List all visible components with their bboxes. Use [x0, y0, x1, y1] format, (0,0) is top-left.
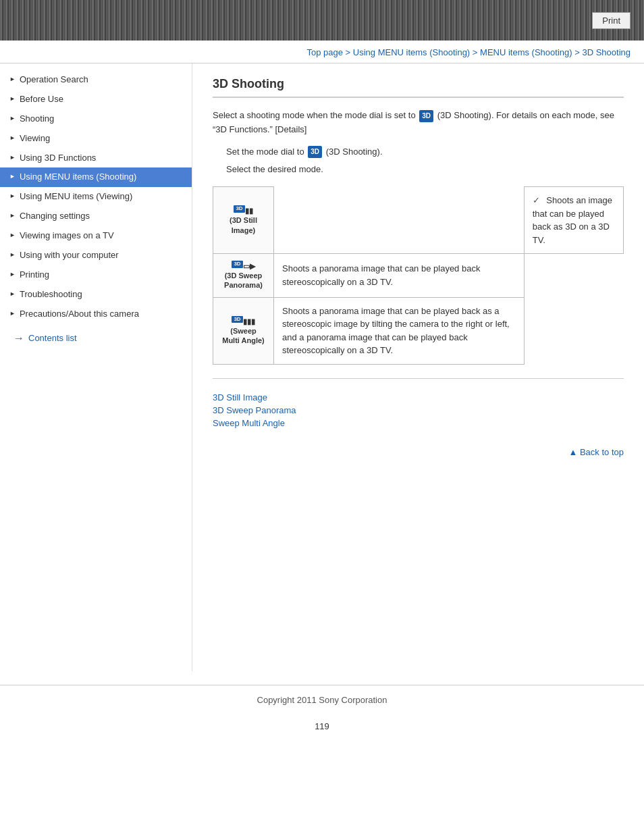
sidebar-item-shooting[interactable]: ► Shooting — [0, 109, 192, 129]
mode-table: 3D▮▮ (3D Still Image) ✓ Shoots an image … — [213, 186, 624, 365]
intro-text-1: Select a shooting mode when the mode dia… — [213, 110, 416, 120]
back-to-top-label: Back to top — [580, 447, 624, 457]
sidebar-item-label: Operation Search — [20, 74, 88, 86]
sidebar-item-using-3d-functions[interactable]: ► Using 3D Functions — [0, 149, 192, 168]
sidebar-item-label: Viewing images on a TV — [20, 230, 114, 242]
3d-badge-step1: 3D — [308, 146, 322, 158]
arrow-icon: ► — [9, 76, 16, 84]
still-image-label: (3D Still Image) — [230, 216, 257, 234]
arrow-icon: ► — [9, 251, 16, 259]
arrow-icon: ► — [9, 290, 16, 298]
contents-list-arrow-icon: → — [14, 332, 24, 344]
arrow-icon: ► — [9, 232, 16, 240]
link-3d-sweep-panorama[interactable]: 3D Sweep Panorama — [213, 405, 624, 415]
sidebar-item-label: Using MENU items (Shooting) — [20, 172, 136, 183]
section-divider — [213, 378, 624, 379]
contents-list-link[interactable]: Contents list — [28, 333, 77, 343]
sidebar-item-before-use[interactable]: ► Before Use — [0, 90, 192, 109]
sidebar-item-label: Using with your computer — [20, 250, 119, 261]
arrow-icon: ► — [9, 95, 16, 103]
still-image-description — [274, 187, 524, 201]
icon-cell-still-image: 3D▮▮ (3D Still Image) — [213, 187, 274, 254]
sidebar-item-precautions[interactable]: ► Precautions/About this camera — [0, 305, 192, 324]
sidebar-item-using-with-computer[interactable]: ► Using with your computer — [0, 246, 192, 265]
arrow-icon: ► — [9, 212, 16, 220]
still-image-desc-text: ✓ Shoots an image that can be played bac… — [524, 187, 623, 254]
sidebar: ► Operation Search ► Before Use ► Shooti… — [0, 63, 192, 671]
back-to-top-link[interactable]: ▲ Back to top — [568, 447, 624, 457]
sidebar-item-label: Shooting — [20, 113, 54, 125]
sidebar-item-label: Changing settings — [20, 211, 90, 222]
table-row: 3D▭▶ (3D Sweep Panorama) Shoots a panora… — [213, 254, 624, 298]
arrow-icon: ► — [9, 271, 16, 279]
sweep-panorama-label: (3D Sweep Panorama) — [224, 271, 263, 289]
breadcrumb-current[interactable]: 3D Shooting — [582, 47, 630, 57]
page-title: 3D Shooting — [213, 77, 624, 98]
print-button[interactable]: Print — [592, 12, 630, 29]
multi-angle-label: (Sweep Multi Angle) — [222, 327, 265, 344]
breadcrumb-separator-3: > — [574, 47, 582, 57]
step-2: Select the desired mode. — [213, 163, 624, 177]
contents-list[interactable]: → Contents list — [0, 324, 192, 353]
arrow-icon: ► — [9, 310, 16, 318]
3d-badge-still: 3D — [234, 205, 244, 212]
sidebar-item-label: Using 3D Functions — [20, 153, 96, 164]
sidebar-item-viewing[interactable]: ► Viewing — [0, 129, 192, 149]
breadcrumb-separator-1: > — [346, 47, 353, 57]
copyright-text: Copyright 2011 Sony Corporation — [257, 695, 387, 705]
sidebar-item-label: Printing — [20, 269, 49, 281]
table-row: 3D▮▮ (3D Still Image) ✓ Shoots an image … — [213, 187, 624, 254]
arrow-icon: ► — [9, 115, 16, 123]
arrow-icon: ► — [9, 154, 16, 162]
sidebar-item-label: Troubleshooting — [20, 289, 82, 301]
breadcrumb-separator-2: > — [473, 47, 480, 57]
sidebar-item-troubleshooting[interactable]: ► Troubleshooting — [0, 285, 192, 305]
sweep-panorama-desc-text: Shoots a panorama image that can be play… — [274, 254, 525, 298]
back-to-top: ▲ Back to top — [213, 442, 624, 463]
step1-text: Set the mode dial to — [226, 147, 304, 157]
sidebar-item-viewing-images-tv[interactable]: ► Viewing images on a TV — [0, 226, 192, 246]
mode-icon-sweep-panorama: 3D▭▶ (3D Sweep Panorama) — [221, 261, 265, 290]
arrow-icon: ► — [9, 134, 16, 142]
content-area: 3D Shooting Select a shooting mode when … — [192, 63, 644, 671]
step1-end-text: (3D Shooting). — [326, 147, 383, 157]
step-1: Set the mode dial to 3D (3D Shooting). — [213, 145, 624, 159]
header-bar: Print — [0, 0, 644, 41]
link-3d-still-image[interactable]: 3D Still Image — [213, 392, 624, 402]
sidebar-item-using-menu-items-viewing[interactable]: ► Using MENU items (Viewing) — [0, 187, 192, 207]
footer: Copyright 2011 Sony Corporation — [0, 685, 644, 714]
mode-icon-multi-angle: 3D▮▮▮ (Sweep Multi Angle) — [221, 316, 265, 346]
3d-badge-intro: 3D — [419, 110, 433, 122]
mode-icon-still-image: 3D▮▮ (3D Still Image) — [221, 205, 265, 235]
breadcrumb-top-page[interactable]: Top page — [306, 47, 343, 57]
breadcrumb: Top page > Using MENU items (Shooting) >… — [0, 41, 644, 63]
sidebar-item-label: Precautions/About this camera — [20, 309, 139, 320]
table-row: 3D▮▮▮ (Sweep Multi Angle) Shoots a panor… — [213, 297, 624, 364]
icon-cell-sweep-panorama: 3D▭▶ (3D Sweep Panorama) — [213, 254, 274, 298]
3d-badge-multi: 3D — [232, 316, 242, 323]
intro-paragraph: Select a shooting mode when the mode dia… — [213, 109, 624, 137]
sidebar-item-operation-search[interactable]: ► Operation Search — [0, 70, 192, 90]
arrow-icon: ► — [9, 173, 16, 181]
main-layout: ► Operation Search ► Before Use ► Shooti… — [0, 63, 644, 671]
arrow-icon: ► — [9, 192, 16, 201]
triangle-up-icon: ▲ — [568, 447, 579, 457]
breadcrumb-menu-items-shooting[interactable]: MENU items (Shooting) — [480, 47, 572, 57]
multi-angle-desc-text: Shoots a panorama image that can be play… — [274, 297, 525, 364]
sidebar-item-label: Before Use — [20, 94, 63, 105]
sidebar-item-changing-settings[interactable]: ► Changing settings — [0, 207, 192, 226]
related-links: 3D Still Image 3D Sweep Panorama Sweep M… — [213, 392, 624, 428]
sidebar-item-label: Viewing — [20, 133, 50, 145]
page-number: 119 — [0, 714, 644, 738]
sidebar-item-label: Using MENU items (Viewing) — [20, 191, 132, 203]
icon-cell-multi-angle: 3D▮▮▮ (Sweep Multi Angle) — [213, 297, 274, 364]
link-sweep-multi-angle[interactable]: Sweep Multi Angle — [213, 418, 624, 428]
sidebar-item-using-menu-items-shooting[interactable]: ► Using MENU items (Shooting) — [0, 167, 192, 187]
breadcrumb-using-menu[interactable]: Using MENU items (Shooting) — [353, 47, 470, 57]
checkmark-icon: ✓ — [533, 195, 540, 205]
3d-badge-sweep: 3D — [232, 261, 242, 267]
sidebar-item-printing[interactable]: ► Printing — [0, 265, 192, 285]
